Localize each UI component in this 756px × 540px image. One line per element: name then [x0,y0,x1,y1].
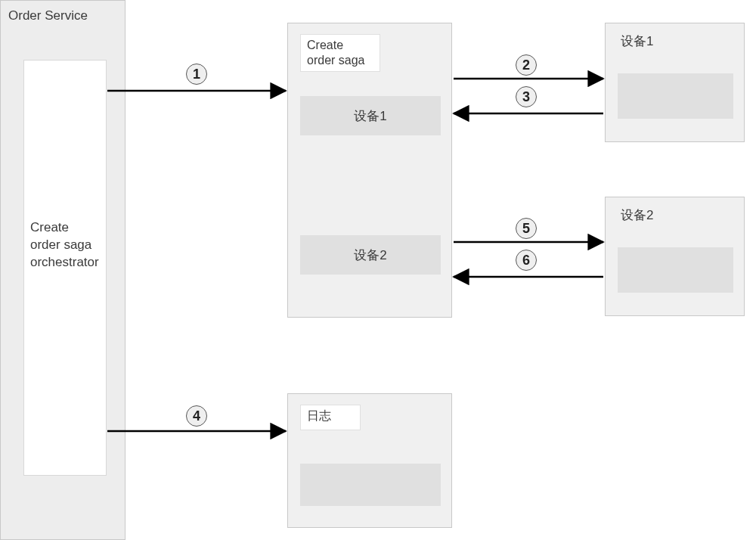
saga-device1-chip: 设备1 [300,96,441,135]
step-2-badge: 2 [516,54,537,76]
log-inner-chip [300,464,441,506]
orchestrator-label: Create order saga orchestrator [30,219,99,272]
order-service-box: Order Service Create order saga orchestr… [0,0,125,540]
step-4-label: 4 [193,408,200,424]
step-3-badge: 3 [516,86,537,107]
step-6-label: 6 [522,253,530,268]
saga-device2-label: 设备2 [354,247,386,264]
device1-box: 设备1 [605,23,745,142]
step-6-badge: 6 [516,250,537,271]
saga-device2-chip: 设备2 [300,235,441,275]
device2-title: 设备2 [621,206,653,224]
log-box: 日志 [287,393,452,528]
step-1-label: 1 [193,67,200,82]
device2-box: 设备2 [605,197,745,316]
saga-box: Create order saga 设备1 设备2 [287,23,452,318]
step-1-badge: 1 [186,64,207,85]
step-5-badge: 5 [516,218,537,239]
step-4-badge: 4 [186,405,207,427]
step-3-label: 3 [522,89,530,105]
log-title: 日志 [307,409,331,422]
saga-device1-label: 设备1 [354,107,386,125]
step-5-label: 5 [522,221,530,237]
device1-title: 设备1 [621,33,653,50]
device2-inner-chip [618,247,733,293]
saga-title: Create order saga [307,38,373,68]
saga-title-box: Create order saga [300,34,380,72]
step-2-label: 2 [522,57,530,73]
order-service-title: Order Service [8,8,88,23]
log-title-box: 日志 [300,405,361,430]
device1-inner-chip [618,73,733,119]
orchestrator-box: Create order saga orchestrator [23,60,107,476]
